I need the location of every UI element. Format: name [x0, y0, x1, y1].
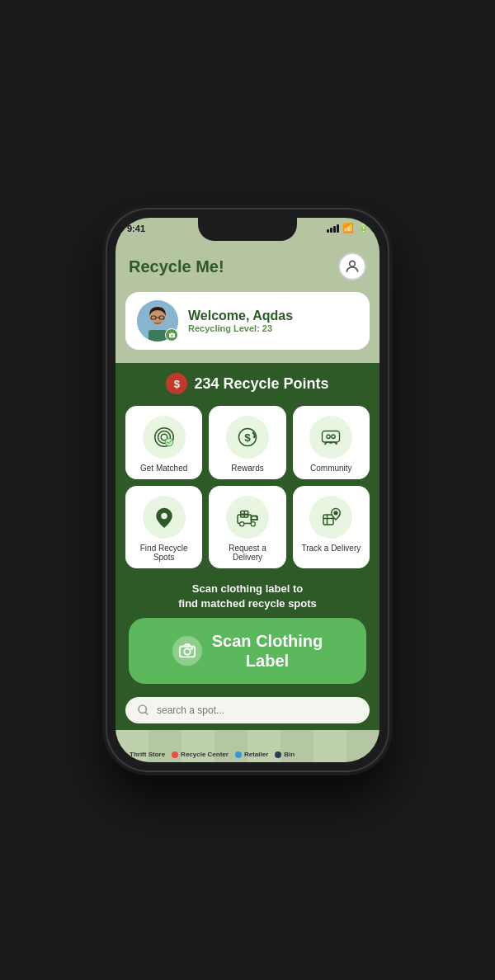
- scan-hint: Scan clothing label tofind matched recyc…: [178, 582, 317, 611]
- user-card: Welcome, Aqdas Recycling Level: 23: [125, 292, 370, 350]
- rewards-card[interactable]: $ Rewards: [209, 406, 285, 479]
- scan-section: Scan clothing label tofind matched recyc…: [116, 572, 380, 690]
- phone-screen: 9:41 📶 🔋 Recycle Me!: [116, 218, 380, 762]
- legend-retailer: Retailer: [235, 751, 268, 758]
- get-matched-card[interactable]: Get Matched: [125, 406, 202, 479]
- points-text: 234 Recycle Points: [194, 375, 328, 393]
- recycle-dot: [172, 751, 178, 758]
- track-delivery-card[interactable]: Track a Delivery: [293, 486, 370, 568]
- camera-scan-icon: [172, 636, 202, 666]
- svg-point-31: [191, 648, 193, 650]
- rewards-icon-circle: $: [226, 416, 269, 459]
- get-matched-label: Get Matched: [140, 464, 187, 473]
- find-recycle-spots-label: Find Recycle Spots: [132, 544, 196, 562]
- legend-bin: Bin: [275, 751, 295, 758]
- request-delivery-icon-circle: [226, 496, 269, 539]
- request-delivery-label: Request a Delivery: [215, 544, 279, 562]
- find-recycle-spots-card[interactable]: Find Recycle Spots: [125, 486, 202, 568]
- status-time: 9:41: [127, 224, 145, 233]
- app-title: Recycle Me!: [129, 257, 224, 276]
- svg-rect-25: [323, 515, 333, 525]
- signal-icon: [327, 224, 339, 233]
- user-card-section: Welcome, Aqdas Recycling Level: 23: [116, 292, 380, 363]
- points-row: $ 234 Recycle Points: [116, 363, 380, 403]
- svg-point-17: [161, 513, 167, 520]
- search-icon: [137, 704, 150, 717]
- svg-point-0: [350, 261, 356, 266]
- thrift-dot: [120, 751, 127, 758]
- svg-text:$: $: [244, 431, 251, 444]
- user-name: Welcome, Aqdas: [188, 309, 293, 323]
- map-legend: Thrift Store Recycle Center Retailer: [120, 751, 375, 758]
- svg-point-30: [184, 649, 190, 655]
- track-delivery-icon-circle: [309, 496, 352, 539]
- legend-recycle: Recycle Center: [172, 751, 229, 758]
- svg-point-20: [240, 522, 244, 526]
- status-icons: 📶 🔋: [327, 223, 368, 233]
- track-delivery-label: Track a Delivery: [301, 544, 361, 553]
- search-bar[interactable]: [125, 697, 370, 723]
- phone-frame: 9:41 📶 🔋 Recycle Me!: [107, 210, 388, 770]
- user-avatar-wrapper: [137, 300, 178, 342]
- community-label: Community: [310, 464, 352, 473]
- community-icon-circle: [309, 416, 352, 459]
- battery-icon: 🔋: [359, 224, 368, 233]
- legend-thrift: Thrift Store: [120, 751, 165, 758]
- community-card[interactable]: Community: [293, 406, 370, 479]
- svg-point-28: [334, 511, 337, 515]
- profile-avatar-button[interactable]: [338, 252, 366, 280]
- wifi-icon: 📶: [342, 223, 354, 233]
- svg-rect-14: [323, 431, 340, 443]
- notch: [198, 218, 297, 241]
- scan-button-label: Scan ClothingLabel: [212, 631, 323, 671]
- app-content: 9:41 📶 🔋 Recycle Me!: [116, 218, 380, 762]
- map-strip: Thrift Store Recycle Center Retailer: [116, 730, 380, 762]
- rewards-label: Rewards: [231, 464, 263, 473]
- svg-point-15: [327, 435, 331, 439]
- user-info: Welcome, Aqdas Recycling Level: 23: [188, 309, 293, 333]
- recycle-label: Recycle Center: [181, 751, 229, 758]
- request-delivery-card[interactable]: Request a Delivery: [209, 486, 285, 568]
- svg-rect-6: [148, 330, 167, 342]
- main-scroll-area[interactable]: $ 234 Recycle Points: [116, 363, 380, 762]
- camera-badge-icon[interactable]: [165, 328, 178, 342]
- get-matched-icon-circle: [143, 416, 186, 459]
- svg-point-21: [251, 522, 255, 526]
- svg-point-16: [332, 435, 336, 439]
- svg-point-7: [171, 334, 172, 336]
- user-level: Recycling Level: 23: [188, 323, 293, 333]
- search-input[interactable]: [157, 704, 358, 716]
- retailer-label: Retailer: [244, 751, 268, 758]
- find-recycle-spots-icon-circle: [143, 496, 186, 539]
- points-icon: $: [166, 373, 187, 394]
- thrift-label: Thrift Store: [130, 751, 165, 758]
- bin-dot: [275, 751, 281, 758]
- features-grid: Get Matched $ Rewards: [116, 403, 380, 572]
- retailer-dot: [235, 751, 242, 758]
- scan-clothing-button[interactable]: Scan ClothingLabel: [129, 618, 366, 684]
- svg-point-32: [139, 705, 146, 713]
- bin-label: Bin: [284, 751, 295, 758]
